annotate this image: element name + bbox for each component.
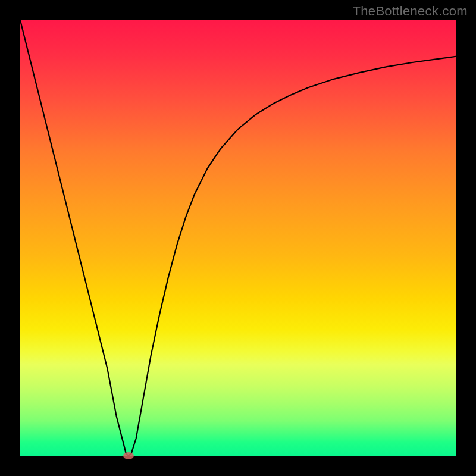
bottleneck-curve <box>20 20 456 456</box>
chart-frame: TheBottleneck.com <box>0 0 476 476</box>
watermark-text: TheBottleneck.com <box>353 4 468 19</box>
minimum-marker <box>123 452 134 459</box>
curve-path <box>20 20 456 456</box>
plot-area <box>20 20 456 456</box>
